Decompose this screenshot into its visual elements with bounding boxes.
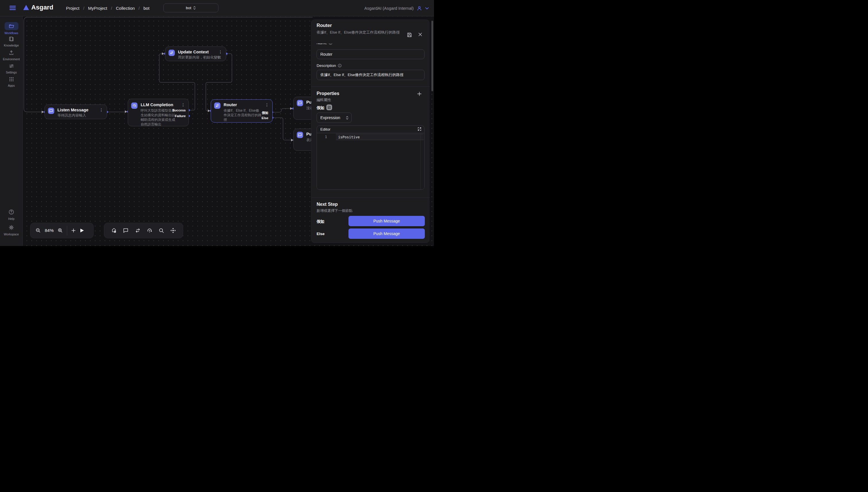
upload-icon [9,50,14,55]
section-divider [312,87,430,87]
move-navigate-icon[interactable] [170,228,176,233]
node-title: Update Context [178,50,209,54]
breadcrumb: Project / MyProject / Collection / bot [66,0,150,16]
kebab-menu-icon[interactable]: ⋮ [218,50,222,54]
swap-arrows-icon [214,102,220,109]
folder-icon [5,22,18,30]
workflow-select[interactable]: bot [163,3,218,13]
chat-bubble-icon [297,100,303,106]
gear-icon [8,225,14,230]
sidebar-item-environment[interactable]: Environment [0,50,23,61]
edit-property-button[interactable] [326,104,332,110]
breadcrumb-collection[interactable]: Collection [116,6,135,10]
add-button[interactable] [71,228,76,233]
info-icon [338,64,342,68]
node-router[interactable]: Router 依據If、Else If、Else條件決定工作流程執行的路徑 ⋮ … [211,99,273,123]
node-title: LLM Completion [141,102,173,107]
zoom-toolbar: 84% [30,223,94,238]
arrow-router-in [208,109,210,112]
notification-add-icon[interactable] [111,228,117,233]
panel-title: Router [317,23,332,28]
account-menu[interactable]: AsgardAI (Asgard Internal) [364,0,429,16]
sidebar-item-workspace[interactable]: Workspace [0,225,23,236]
description-label: Description [317,64,336,68]
logo-triangle-icon [23,5,29,10]
updown-chevron-icon [193,6,196,10]
node-description: 等待訊息內容輸入 [57,113,86,118]
user-icon [417,6,422,11]
output-label-failure: Failure [175,114,186,118]
description-field-label: Description [317,64,342,68]
name-input[interactable] [317,49,424,59]
arrow-update-in [162,52,164,55]
node-title: Router [224,102,237,107]
property-type-select[interactable]: Expression [317,113,352,123]
breadcrumb-bot[interactable]: bot [144,6,150,10]
chat-bubble-icon [48,108,54,114]
line-number: 1 [325,135,327,139]
message-icon[interactable] [123,228,129,233]
breadcrumb-myproject[interactable]: MyProject [88,6,107,10]
description-input[interactable] [317,70,424,80]
properties-title: Properties [317,91,339,96]
sidebar-item-settings[interactable]: Settings [0,64,23,74]
zoom-level: 84% [45,228,54,233]
kebab-menu-icon[interactable]: ⋮ [181,102,185,107]
sidebar-item-label: Workspace [0,232,23,236]
arrow-listen-in [42,111,44,114]
breadcrumb-separator: / [139,6,140,10]
output-label-if: 假如 [262,111,268,115]
sidebar-item-help[interactable]: Help [0,209,23,220]
menu-icon[interactable] [9,6,16,10]
apps-grid-icon [9,77,14,81]
output-label-success: Success [172,108,186,112]
sidebar-item-workflows[interactable]: Workflows [0,22,23,35]
add-property-icon[interactable] [417,92,422,97]
sidebar-item-apps[interactable]: Apps [0,77,23,87]
node-description: 依據If、Else If、Else條件決定工作流程執行的路徑 [224,108,262,122]
name-label: Name [317,43,327,45]
sidebar-item-label: Knowledge [0,44,23,47]
sidebar-item-knowledge[interactable]: Knowledge [0,36,23,47]
logo[interactable]: Asgard [23,4,53,11]
node-listen-message[interactable]: Listen Message 等待訊息內容輸入 ⋮ [45,104,107,119]
editor-header: Editor [317,126,424,133]
next-step-button-else[interactable]: Push Message [348,228,425,239]
expression-editor: Editor 1 isPositive [317,125,424,190]
swap-arrows-icon[interactable] [135,228,141,233]
node-llm-completion[interactable]: LLM Completion 呼叫大型語言模型並產生結構化的資料輸出以輔助流程的… [128,99,189,126]
zoom-out-button[interactable] [35,228,41,233]
run-button[interactable] [80,228,84,233]
logo-text: Asgard [31,4,53,11]
breadcrumb-project[interactable]: Project [66,6,79,10]
llm-node-icon[interactable] [147,228,152,233]
save-icon[interactable] [407,32,412,39]
code-area[interactable]: 1 isPositive [317,133,424,190]
sliders-icon [9,64,14,68]
panel-description: 依據If、Else If、Else條件決定工作流程執行的路徑 [317,29,408,35]
next-step-button-if[interactable]: Push Message [348,216,425,226]
kebab-menu-icon[interactable]: ⋮ [99,108,103,112]
section-divider [312,197,430,198]
code-text: isPositive [338,135,359,139]
search-icon[interactable] [159,228,164,233]
close-icon[interactable] [418,32,422,38]
breadcrumb-separator: / [111,6,112,10]
asgard-app: Listen Message 等待訊息內容輸入 ⋮ LLM Completion… [0,0,434,246]
sidebar-item-label: Apps [0,84,23,87]
node-description: 用於更新內容，初始化變數 [178,55,221,60]
chevron-down-icon [425,7,429,9]
node-title: Listen Message [57,108,89,112]
node-update-context[interactable]: Update Context 用於更新內容，初始化變數 ⋮ [165,47,226,61]
chat-bubble-icon [297,132,303,138]
next-step-label-else: Else [317,232,325,236]
updown-chevron-icon [346,116,348,120]
sidebar-item-label: Workflows [0,31,23,35]
kebab-menu-icon[interactable]: ⋮ [265,102,269,107]
window-scrollbar[interactable] [431,21,433,91]
expand-icon[interactable] [418,127,421,132]
next-step-subtitle: 新增或選擇下一個節點 [317,208,352,213]
name-field-label-clipped: Name [317,43,332,46]
zoom-in-button[interactable] [58,228,63,233]
info-icon [329,43,332,45]
